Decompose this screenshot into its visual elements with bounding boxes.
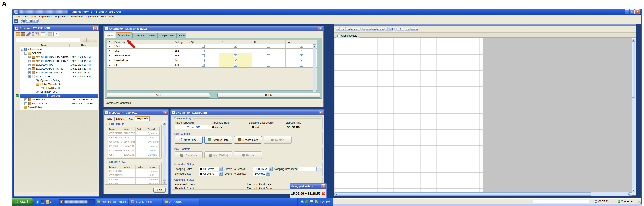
quadrant-icon[interactable]: ◧ bbox=[376, 28, 379, 31]
new-worksheet-icon[interactable] bbox=[40, 32, 45, 36]
resize-grip[interactable] bbox=[638, 201, 641, 204]
tree-row[interactable]: + 20200109-FITC 1/9/20 2:54:17 PM bbox=[20, 63, 98, 67]
parameter-name[interactable]: Hoechst Blue bbox=[112, 54, 173, 58]
tree-row[interactable]: - Global Worksheets bbox=[20, 82, 98, 86]
app-quick-icon[interactable] bbox=[41, 200, 44, 204]
tree-row[interactable]: Cytometer Settings bbox=[20, 78, 98, 82]
inspector-title-bar[interactable]: ⌕ Inspector - Tube_001 ✕ bbox=[104, 110, 168, 115]
a-checkbox[interactable] bbox=[234, 64, 237, 66]
tray-green-icon[interactable] bbox=[305, 200, 308, 204]
tree-expander[interactable]: + bbox=[24, 98, 27, 101]
status-column-header[interactable] bbox=[14, 44, 20, 47]
contour-icon[interactable]: ◉ bbox=[350, 28, 353, 31]
inspector-close-icon[interactable]: ✕ bbox=[163, 110, 168, 114]
image-icon[interactable]: ▣ bbox=[348, 28, 350, 31]
tray-network-icon[interactable] bbox=[310, 200, 313, 204]
voltage-value[interactable]: 439 bbox=[173, 54, 187, 58]
a-checkbox[interactable] bbox=[234, 50, 237, 52]
fit-icon[interactable]: ▥ bbox=[405, 28, 408, 31]
minimize-button[interactable]: ─ bbox=[625, 10, 630, 14]
monitor-icon[interactable]: ▣ bbox=[22, 19, 25, 22]
acquire-data-button[interactable]: Acquire Data bbox=[204, 136, 232, 144]
inspector-tab[interactable]: Labels bbox=[114, 116, 125, 120]
align-bottom-icon[interactable]: ⊥ bbox=[402, 28, 404, 31]
log-checkbox[interactable] bbox=[202, 54, 204, 57]
voltage-value[interactable]: 262 bbox=[173, 49, 187, 53]
folder-quick-icon[interactable] bbox=[46, 200, 49, 204]
export-icon[interactable]: ▼ bbox=[342, 28, 345, 31]
tree-expander[interactable]: - bbox=[20, 48, 23, 51]
tree-expander[interactable]: - bbox=[33, 83, 36, 86]
menu-item[interactable]: Populations bbox=[54, 15, 70, 18]
new-specimen-icon[interactable] bbox=[26, 32, 31, 36]
align-top-icon[interactable]: ⊤ bbox=[399, 28, 402, 31]
tree-row[interactable]: Shared View bbox=[20, 105, 98, 109]
active-tube-value[interactable]: Tube_001 bbox=[175, 125, 213, 130]
cytometer-close-icon[interactable]: ✕ bbox=[318, 26, 322, 30]
cytometer-tab[interactable]: Status bbox=[105, 33, 116, 38]
menu-item[interactable]: Edit bbox=[22, 15, 29, 18]
inspector-icon[interactable]: ○ bbox=[28, 19, 30, 22]
new-tube-icon[interactable] bbox=[32, 32, 34, 36]
tree-row[interactable]: + 20200108-FITC-PECY7-APC-PE 1/8/20 3:29… bbox=[20, 55, 98, 59]
parameter-name[interactable]: PI bbox=[112, 63, 173, 68]
stopping-time-spinner[interactable]: ▲▼ bbox=[316, 167, 319, 171]
interval-icon[interactable]: ◨ bbox=[379, 28, 382, 31]
menu-item[interactable]: View bbox=[29, 15, 38, 18]
tree-expander[interactable]: + bbox=[28, 64, 31, 66]
worksheet-horizontal-scrollbar[interactable]: ◄ ► bbox=[334, 192, 632, 196]
stopping-time-stepper[interactable]: ↕ bbox=[320, 167, 322, 171]
pause-button[interactable]: Pause bbox=[234, 152, 262, 159]
log-checkbox[interactable] bbox=[202, 59, 204, 62]
new-folder-icon[interactable] bbox=[16, 32, 20, 36]
next-tube-button[interactable]: Next Tube bbox=[175, 136, 203, 144]
log-checkbox[interactable] bbox=[202, 50, 204, 52]
w-checkbox[interactable] bbox=[300, 59, 303, 62]
restart-button[interactable]: Restart bbox=[264, 136, 292, 144]
browser-icon[interactable]: ▥ bbox=[33, 19, 36, 22]
contour-plot-icon[interactable]: ▧ bbox=[369, 28, 371, 31]
new-experiment-icon[interactable] bbox=[21, 32, 25, 36]
popup-close-icon[interactable]: ✕ bbox=[321, 184, 326, 188]
worksheet-grid[interactable] bbox=[334, 38, 483, 192]
events-to-record-select[interactable]: 10000 evt▼ bbox=[253, 167, 273, 171]
tree-row[interactable]: + 20200109-FITC-APCCY7 1/9/20 4:11:43 PM bbox=[20, 70, 98, 74]
inspector-tab[interactable]: Keywords bbox=[135, 116, 150, 120]
log-checkbox[interactable] bbox=[202, 45, 204, 48]
snap-gate-icon[interactable]: ⊟ bbox=[384, 28, 387, 31]
a-checkbox[interactable] bbox=[234, 59, 237, 62]
menu-item[interactable]: Worksheet bbox=[70, 15, 85, 18]
main-title-bar[interactable]: - Administrator (SP- 5-Blue 3-Red 2-UV) … bbox=[13, 8, 641, 14]
w-checkbox[interactable] bbox=[300, 45, 303, 48]
menu-item[interactable]: Experiment bbox=[38, 15, 54, 18]
taskbar-task-paint[interactable]: 10.JPG - Paint bbox=[130, 199, 162, 205]
stopping-gate-select[interactable]: All Events▼ bbox=[199, 167, 223, 171]
parameter-name[interactable]: FSC bbox=[112, 44, 173, 48]
date-column-header[interactable]: Date bbox=[70, 44, 98, 47]
grid-icon[interactable]: ▦ bbox=[413, 28, 416, 31]
inspector-scrollbar[interactable]: ▲ ▼ bbox=[163, 121, 166, 184]
align-right-icon[interactable]: ⊣ bbox=[397, 28, 399, 31]
tree-expander[interactable]: + bbox=[28, 72, 31, 74]
tray-shield-icon[interactable] bbox=[315, 200, 318, 204]
run-plate-button[interactable]: Run Plate bbox=[175, 152, 203, 159]
polygon-gate-icon[interactable]: ▨ bbox=[382, 28, 384, 31]
histogram-icon[interactable]: ▲ bbox=[353, 28, 356, 31]
voltage-value[interactable]: 420 bbox=[173, 63, 187, 68]
tree-row[interactable]: Global Sheet1 bbox=[20, 86, 98, 90]
tree-row[interactable]: Tube_001 bbox=[20, 94, 98, 98]
tree-expander[interactable]: - bbox=[24, 52, 27, 54]
save-icon[interactable] bbox=[14, 19, 18, 23]
a-checkbox[interactable] bbox=[234, 54, 237, 57]
browser-title-bar[interactable]: ▣ Browser - 20191118-SP ✕ bbox=[14, 26, 98, 31]
worksheet-tab[interactable]: Global Sheet1 bbox=[336, 33, 359, 38]
name-column-header[interactable]: Name bbox=[20, 44, 70, 47]
tree-row[interactable]: + 20130904-cv 12/13/16 4:56:01 PM bbox=[20, 98, 98, 102]
cytometer-tab[interactable]: Ratio bbox=[177, 33, 186, 38]
h-checkbox[interactable] bbox=[267, 54, 270, 57]
stopping-time-input[interactable]: 0 bbox=[299, 167, 316, 171]
edit-button[interactable]: Edit bbox=[154, 188, 166, 193]
density-plot-icon[interactable]: ▩ bbox=[374, 28, 376, 31]
voltage-value[interactable]: 501 bbox=[173, 44, 187, 48]
pointer-icon[interactable]: ↖ bbox=[346, 28, 348, 31]
